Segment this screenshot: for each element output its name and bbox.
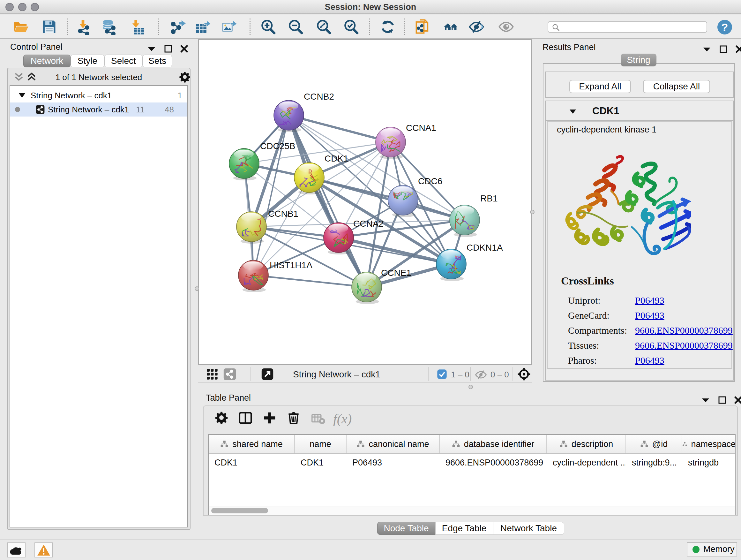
collapse-all-button[interactable]: Collapse All: [643, 80, 710, 93]
close-panel-icon[interactable]: [180, 45, 188, 53]
expand-all-button[interactable]: Expand All: [569, 80, 631, 93]
crosslink-genecard-link[interactable]: P06493: [635, 310, 664, 321]
crosslink-uniprot-link[interactable]: P06493: [635, 295, 664, 306]
section-expander-icon[interactable]: [569, 109, 577, 114]
close-panel-icon[interactable]: [734, 396, 741, 404]
network-node-CCNE1[interactable]: [352, 272, 382, 304]
column-header-name[interactable]: name: [295, 435, 347, 453]
export-image-icon[interactable]: [221, 18, 238, 35]
save-session-icon[interactable]: [41, 18, 57, 35]
network-row[interactable]: String Network – cdk1 11 48: [10, 103, 187, 117]
network-node-CDC25B[interactable]: [229, 148, 259, 180]
first-neighbors-icon[interactable]: [443, 18, 459, 35]
toolbar-separator: [250, 18, 251, 35]
tab-string[interactable]: String: [621, 54, 657, 66]
toolbar-separator: [158, 18, 159, 35]
delete-column-icon[interactable]: [286, 411, 300, 425]
tab-edge-table[interactable]: Edge Table: [435, 522, 493, 535]
node-table: shared namenamecanonical namedatabase id…: [208, 434, 736, 515]
toolbar-separator: [470, 367, 471, 381]
network-share-icon[interactable]: [223, 368, 237, 381]
network-node-HIST1H1A[interactable]: [239, 260, 268, 292]
zoom-selected-icon[interactable]: [343, 18, 359, 35]
table-cell[interactable]: CDK1: [295, 454, 347, 472]
close-panel-icon[interactable]: [735, 45, 741, 53]
refresh-layout-icon[interactable]: [380, 18, 396, 35]
crosslink-compartments-link[interactable]: 9606.ENSP00000378699: [635, 325, 733, 336]
column-header-shared-name[interactable]: shared name: [209, 435, 295, 453]
open-file-icon[interactable]: [13, 18, 29, 35]
open-in-new-window-icon[interactable]: [261, 368, 273, 380]
crosslink-tissues-link[interactable]: 9606.ENSP00000378699: [635, 340, 733, 351]
network-options-gear-icon[interactable]: [179, 71, 191, 83]
warning-status-button[interactable]: [35, 543, 53, 557]
tab-network[interactable]: Network: [23, 55, 71, 67]
import-network-from-database-icon[interactable]: [100, 18, 117, 35]
tab-node-table[interactable]: Node Table: [377, 522, 435, 535]
protein-section-header[interactable]: CDK1: [546, 101, 733, 121]
float-panel-icon[interactable]: [718, 396, 726, 404]
tab-select[interactable]: Select: [105, 55, 143, 67]
network-node-RB1[interactable]: [450, 205, 480, 237]
column-header-description[interactable]: description: [547, 435, 626, 453]
network-collection-row[interactable]: String Network – cdk1 1: [10, 88, 187, 103]
column-header--id[interactable]: @id: [626, 435, 682, 453]
network-graph[interactable]: CCNB2CCNA1CDC25BCDK1CDC6RB1CCNB1CCNA2CDK…: [199, 40, 531, 364]
table-options-gear-icon[interactable]: [214, 411, 228, 425]
help-button[interactable]: ?: [718, 20, 732, 35]
float-panel-icon[interactable]: [719, 45, 728, 53]
table-row[interactable]: CDK1CDK1P064939606.ENSP00000378699cyclin…: [209, 454, 735, 472]
search-input[interactable]: [548, 21, 707, 33]
export-table-icon[interactable]: [195, 18, 211, 35]
network-node-CDKN1A[interactable]: [436, 249, 466, 281]
tab-sets[interactable]: Sets: [143, 55, 172, 67]
table-cell[interactable]: cyclin-dependent ...: [547, 454, 626, 472]
panel-menu-icon[interactable]: [701, 397, 711, 403]
column-header-namespace[interactable]: namespace: [682, 435, 735, 453]
column-header-canonical-name[interactable]: canonical name: [347, 435, 440, 453]
selected-checkbox-icon[interactable]: [437, 369, 447, 379]
import-table-icon[interactable]: [129, 18, 145, 35]
copy-network-icon[interactable]: [414, 18, 431, 35]
birds-eye-view-icon[interactable]: [517, 367, 531, 381]
panel-menu-icon[interactable]: [702, 46, 712, 52]
table-cell[interactable]: stringdb:9...: [626, 454, 682, 472]
show-all-icon[interactable]: [498, 18, 515, 35]
toolbar-separator: [513, 367, 513, 381]
show-columns-icon[interactable]: [238, 411, 253, 425]
table-cell[interactable]: 9606.ENSP00000378699: [440, 454, 547, 472]
crosslinks-heading: CrossLinks: [561, 275, 727, 287]
horizontal-scrollbar-thumb[interactable]: [211, 508, 268, 513]
collection-expander-icon[interactable]: [18, 92, 26, 99]
zoom-in-icon[interactable]: [260, 18, 276, 35]
float-panel-icon[interactable]: [164, 45, 172, 53]
memory-button[interactable]: Memory: [687, 542, 737, 557]
crosslink-pharos-link[interactable]: P06493: [635, 355, 664, 366]
panel-menu-icon[interactable]: [147, 46, 156, 52]
table-cell[interactable]: P06493: [347, 454, 440, 472]
memory-status-dot: [692, 546, 699, 553]
table-cell[interactable]: CDK1: [209, 454, 295, 472]
zoom-fit-icon[interactable]: [315, 18, 332, 35]
import-network-icon[interactable]: [75, 18, 91, 35]
tab-style[interactable]: Style: [71, 55, 105, 67]
cloud-status-button[interactable]: [7, 543, 25, 557]
network-list: String Network – cdk1 1 String Network –…: [10, 85, 188, 527]
hide-selected-icon[interactable]: [468, 18, 485, 35]
add-column-icon[interactable]: [262, 411, 277, 425]
zoom-out-icon[interactable]: [287, 18, 304, 35]
network-node-CDC6[interactable]: [388, 185, 418, 217]
table-cell[interactable]: stringdb: [682, 454, 735, 472]
network-canvas[interactable]: CCNB2CCNA1CDC25BCDK1CDC6RB1CCNB1CCNA2CDK…: [198, 39, 532, 365]
bottom-splitter-handle[interactable]: [468, 385, 473, 389]
protein-name: CDK1: [592, 105, 619, 117]
protein-description: cyclin-dependent kinase 1: [557, 125, 657, 135]
network-view-title: String Network – cdk1: [293, 369, 381, 380]
grid-view-icon[interactable]: [206, 368, 219, 381]
left-splitter-handle[interactable]: [195, 287, 199, 291]
column-header-database-identifier[interactable]: database identifier: [440, 435, 547, 453]
protein-detail-panel: cyclin-dependent kinase 1: [547, 121, 732, 369]
toolbar-separator: [404, 18, 405, 35]
tab-network-table[interactable]: Network Table: [493, 522, 564, 535]
export-network-icon[interactable]: [170, 18, 186, 35]
